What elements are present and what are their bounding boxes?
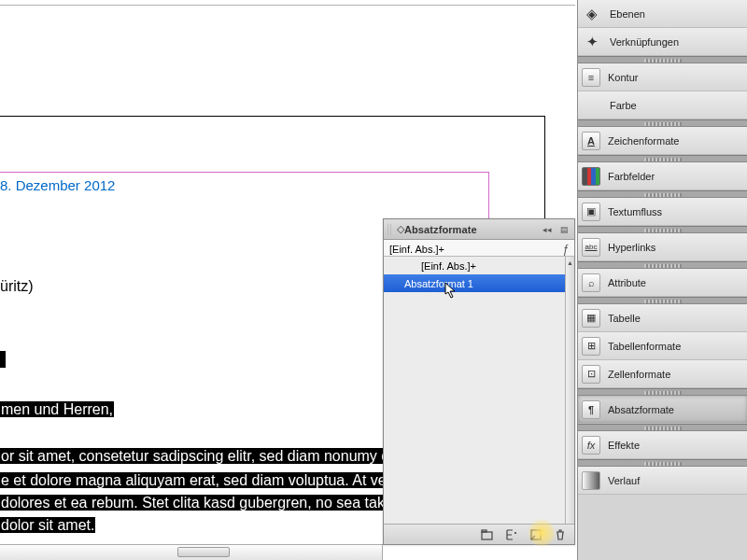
current-style-label: [Einf. Abs.]+ (389, 244, 444, 255)
dock-group-separator[interactable] (578, 388, 747, 396)
dock-item-zellenformate[interactable]: ⊡ Zellenformate (578, 360, 747, 388)
dock-item-label: Effekte (608, 440, 640, 451)
new-style-button[interactable] (528, 527, 544, 542)
list-item[interactable]: [Einf. Abs.]+ (384, 257, 565, 274)
dock-item-textumfluss[interactable]: ▣ Textumfluss (578, 198, 747, 226)
textwrap-icon: ▣ (582, 203, 600, 221)
dock-item-label: Tabellenformate (608, 341, 681, 352)
dock-group-separator[interactable] (578, 261, 747, 269)
text-cursor-mark[interactable] (0, 351, 6, 368)
layers-icon: ◈ (582, 5, 602, 23)
dock-item-ebenen[interactable]: ◈ Ebenen (578, 0, 747, 28)
charstyle-icon: A (582, 132, 600, 150)
panel-vscrollbar[interactable]: ▲ (565, 257, 574, 524)
dock-item-label: Farbfelder (608, 171, 655, 182)
dock-item-tabelle[interactable]: ▦ Tabelle (578, 304, 747, 332)
dock-group-separator[interactable] (578, 119, 747, 127)
links-icon: ✦ (582, 33, 602, 51)
dock-item-attribute[interactable]: ⌕ Attribute (578, 269, 747, 297)
dock-item-effekte[interactable]: fx Effekte (578, 431, 747, 459)
dock-item-label: Verknüpfungen (610, 36, 679, 48)
dock-item-label: Absatzformate (608, 404, 674, 415)
override-indicator-icon: ƒ (562, 243, 569, 256)
horizontal-scrollbar[interactable] (0, 544, 383, 560)
panel-collapse-button[interactable]: ◂◂ (541, 223, 554, 236)
dock-item-verkn[interactable]: ✦ Verknüpfungen (578, 28, 747, 56)
dock-item-hyperlinks[interactable]: abc Hyperlinks (578, 233, 747, 261)
dock-item-label: Zeichenformate (608, 135, 679, 147)
stroke-icon: ≡ (582, 68, 600, 87)
style-list[interactable]: [Einf. Abs.]+ Absatzformat 1 (384, 257, 565, 524)
swatches-icon (582, 167, 600, 186)
ruler-top (0, 0, 575, 6)
dock-item-verlauf[interactable]: Verlauf (578, 467, 747, 495)
effects-icon: fx (582, 436, 600, 455)
panel-dock: ◈ Ebenen ✦ Verknüpfungen ≡ Kontur Farbe … (577, 0, 747, 560)
svg-rect-0 (482, 532, 492, 539)
new-group-button[interactable] (479, 527, 496, 542)
tableformats-icon: ⊞ (582, 337, 600, 356)
dock-item-label: Textumfluss (608, 206, 662, 217)
gradient-icon (582, 471, 600, 490)
panel-footer (384, 524, 574, 544)
dock-group-separator[interactable] (578, 56, 747, 63)
text-body-2[interactable]: e et dolore magna aliquyam erat, sed dia… (0, 472, 413, 489)
text-location[interactable]: üritz) (0, 278, 34, 295)
dock-item-absatzformate[interactable]: ¶ Absatzformate (578, 396, 747, 424)
dock-item-kontur[interactable]: ≡ Kontur (578, 63, 747, 91)
dock-item-label: Tabelle (608, 313, 641, 324)
hyperlinks-icon: abc (582, 238, 600, 257)
panel-absatzformate[interactable]: ◇ Absatzformate ◂◂ ▤ [Einf. Abs.]+ ƒ [Ei… (383, 218, 575, 545)
dock-item-label: Kontur (608, 72, 638, 83)
palette-icon (582, 96, 602, 115)
table-icon: ▦ (582, 309, 600, 328)
paragraph-icon: ¶ (582, 400, 600, 419)
panel-grip-icon[interactable] (388, 224, 393, 235)
panel-titlebar[interactable]: ◇ Absatzformate ◂◂ ▤ (384, 219, 574, 240)
dock-item-label: Ebenen (610, 8, 645, 20)
attribute-icon: ⌕ (582, 273, 600, 292)
text-greeting[interactable]: men und Herren, (0, 401, 114, 418)
dock-group-separator[interactable] (578, 459, 747, 467)
dock-group-separator[interactable] (578, 297, 747, 304)
dock-group-separator[interactable] (578, 190, 747, 198)
hscroll-thumb[interactable] (177, 547, 230, 557)
dock-group-separator[interactable] (578, 226, 747, 233)
text-body-4[interactable]: dolor sit amet. (0, 517, 95, 534)
scroll-up-icon[interactable]: ▲ (566, 257, 574, 268)
dock-group-separator[interactable] (578, 424, 747, 431)
dock-item-tabellenformate[interactable]: ⊞ Tabellenformate (578, 332, 747, 360)
dock-item-farbe[interactable]: Farbe (578, 91, 747, 119)
dock-item-label: Zellenformate (608, 369, 670, 380)
dock-item-label: Hyperlinks (608, 242, 655, 253)
dock-item-farbfelder[interactable]: Farbfelder (578, 162, 747, 190)
list-item-selected[interactable]: Absatzformat 1 (384, 274, 565, 292)
clear-overrides-button[interactable] (503, 527, 520, 542)
dock-group-separator[interactable] (578, 155, 747, 162)
dock-item-label: Verlauf (608, 475, 640, 486)
dock-item-label: Farbe (610, 100, 637, 111)
panel-title: Absatzformate (404, 224, 477, 235)
text-body-1[interactable]: or sit amet, consetetur sadipscing elitr… (0, 448, 411, 465)
panel-menu-button[interactable]: ▤ (557, 223, 571, 236)
dock-item-label: Attribute (608, 277, 646, 288)
text-body-3[interactable]: dolores et ea rebum. Stet clita kasd gub… (0, 495, 414, 511)
svg-rect-1 (482, 530, 486, 532)
dock-item-zeichenformate[interactable]: A Zeichenformate (578, 127, 747, 155)
delete-style-button[interactable] (552, 527, 569, 542)
panel-current-style: [Einf. Abs.]+ ƒ (384, 240, 574, 257)
date-text[interactable]: 8. Dezember 2012 (0, 177, 115, 193)
cellformats-icon: ⊡ (582, 365, 600, 384)
